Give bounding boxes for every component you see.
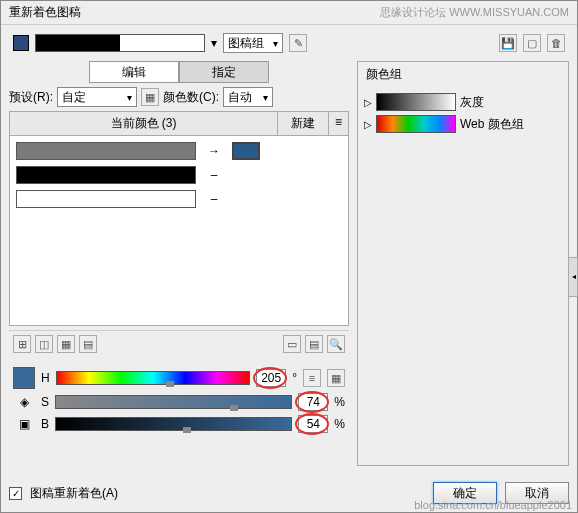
recolor-checkbox[interactable]: ✓: [9, 487, 22, 500]
current-color-bar[interactable]: [16, 190, 196, 208]
merge-icon[interactable]: ▦: [57, 335, 75, 353]
tab-edit[interactable]: 编辑: [89, 61, 179, 83]
new-color-swatch: [232, 190, 260, 208]
chevron-down-icon[interactable]: ▾: [211, 36, 217, 50]
h-label: H: [41, 371, 50, 385]
annotation-circle: [253, 367, 287, 389]
s-value[interactable]: 74: [298, 393, 328, 411]
window-title: 重新着色图稿: [9, 4, 380, 21]
swap-icon[interactable]: ▭: [283, 335, 301, 353]
list-menu-icon[interactable]: ≡: [328, 112, 348, 135]
active-swatch[interactable]: [13, 35, 29, 51]
b-value[interactable]: 54: [298, 415, 328, 433]
stack-icon[interactable]: ▤: [79, 335, 97, 353]
h-value[interactable]: 205: [256, 369, 286, 387]
preset-combo[interactable]: 自定: [57, 87, 137, 107]
trash-icon[interactable]: 🗑: [547, 34, 565, 52]
col-new: 新建: [278, 112, 328, 135]
recolor-label: 图稿重新着色(A): [30, 485, 118, 502]
gradient-selector[interactable]: [35, 34, 205, 52]
group-label: Web 颜色组: [460, 116, 524, 133]
watermark-bottom: blog.sina.com.cn/blueapple2001: [414, 499, 572, 511]
dash-icon: –: [204, 168, 224, 182]
colorgroup-title: 颜色组: [358, 62, 568, 87]
gray-gradient: [376, 93, 456, 111]
preset-label: 预设(R):: [9, 89, 53, 106]
current-color-bar[interactable]: [16, 166, 196, 184]
b-label: B: [41, 417, 49, 431]
s-unit: %: [334, 395, 345, 409]
b-unit: %: [334, 417, 345, 431]
preset-icon[interactable]: ▦: [141, 88, 159, 106]
s-label: S: [41, 395, 49, 409]
s-slider[interactable]: [55, 395, 292, 409]
color-row[interactable]: →: [16, 142, 342, 160]
color-list: → – –: [9, 136, 349, 326]
new-icon[interactable]: ▢: [523, 34, 541, 52]
color-row[interactable]: –: [16, 166, 342, 184]
web-gradient: [376, 115, 456, 133]
new-color-swatch: [232, 166, 260, 184]
triangle-icon: ▷: [364, 97, 372, 108]
link-icon[interactable]: ▤: [305, 335, 323, 353]
save-icon[interactable]: 💾: [499, 34, 517, 52]
grid-small-icon[interactable]: ▦: [327, 369, 345, 387]
arrow-icon: →: [204, 144, 224, 158]
annotation-circle: [295, 413, 329, 435]
edit-icon[interactable]: ✎: [289, 34, 307, 52]
group-label: 灰度: [460, 94, 484, 111]
watermark-top: 思缘设计论坛 WWW.MISSYUAN.COM: [380, 5, 569, 20]
slider-menu-icon[interactable]: ≡: [303, 369, 321, 387]
panel-collapse-handle[interactable]: ◂: [568, 257, 578, 297]
colorcount-combo[interactable]: 自动: [223, 87, 273, 107]
artboard-combo[interactable]: 图稿组: [223, 33, 283, 53]
grid-icon[interactable]: ⊞: [13, 335, 31, 353]
search-icon[interactable]: 🔍: [327, 335, 345, 353]
color-row[interactable]: –: [16, 190, 342, 208]
split-icon[interactable]: ◫: [35, 335, 53, 353]
dash-icon: –: [204, 192, 224, 206]
colorgroup-item-web[interactable]: ▷ Web 颜色组: [364, 115, 562, 133]
tab-assign[interactable]: 指定: [179, 61, 269, 83]
current-color-bar[interactable]: [16, 142, 196, 160]
h-unit: °: [292, 371, 297, 385]
annotation-circle: [295, 391, 329, 413]
col-current: 当前颜色 (3): [10, 112, 278, 135]
new-color-swatch[interactable]: [232, 142, 260, 160]
colorgroup-item-gray[interactable]: ▷ 灰度: [364, 93, 562, 111]
triangle-icon: ▷: [364, 119, 372, 130]
h-slider[interactable]: [56, 371, 251, 385]
b-slider[interactable]: [55, 417, 292, 431]
colorcount-label: 颜色数(C):: [163, 89, 219, 106]
hsb-swatch[interactable]: [13, 367, 35, 389]
